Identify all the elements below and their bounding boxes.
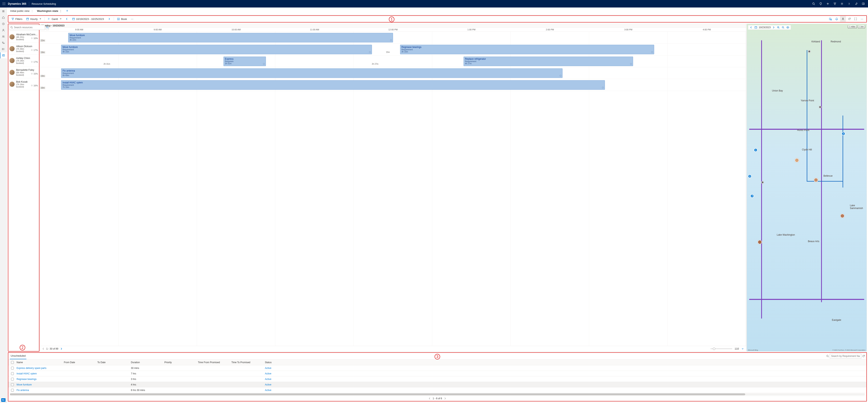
area-switcher-badge[interactable]: RS: [1, 398, 5, 402]
col-time-from-promised[interactable]: Time From Promised: [198, 361, 231, 364]
map-resource-pin[interactable]: [840, 214, 844, 218]
col-name[interactable]: Name: [17, 361, 64, 364]
col-from-date[interactable]: From Date: [64, 361, 97, 364]
rail-people-icon[interactable]: [0, 33, 7, 39]
pager-next[interactable]: [60, 347, 63, 350]
status-link[interactable]: Active: [265, 389, 271, 392]
requirement-search-input[interactable]: [830, 354, 861, 359]
time-view-dropdown[interactable]: Hourly: [25, 17, 43, 21]
requirement-name-link[interactable]: Install HVAC sytem: [17, 372, 37, 375]
map-resource-pin[interactable]: [814, 178, 818, 182]
wrench-icon[interactable]: [852, 0, 860, 7]
grid-pager-next[interactable]: [444, 397, 446, 400]
requirement-row[interactable]: Regrease bearings 3 hrs Active: [8, 376, 866, 382]
booking[interactable]: Install HVAC sytem Requirement 7h 16m ◌: [61, 80, 605, 90]
add-view-button[interactable]: +: [64, 9, 70, 13]
range-prev-button[interactable]: [64, 17, 70, 21]
col-priority[interactable]: Priority: [164, 361, 198, 364]
find-availability-icon[interactable]: [828, 16, 833, 22]
col-status[interactable]: Status: [265, 361, 288, 364]
map-panel[interactable]: 1 2 3 3 KirklandRedmondBellevueYarrow Po…: [747, 24, 867, 351]
requirement-name-link[interactable]: Regrease bearings: [17, 378, 36, 380]
tab-unscheduled[interactable]: Unscheduled: [10, 353, 26, 359]
map-stop-number[interactable]: 3: [748, 175, 751, 178]
rail-list-icon[interactable]: [0, 46, 7, 52]
resource-sort-button[interactable]: [46, 25, 49, 30]
gantt-lane[interactable]: 19mFix antenna Requirement 6h 49m ◌: [40, 67, 746, 79]
pager-prev[interactable]: [42, 347, 45, 350]
resource-row[interactable]: Abraham McCormick (4h 22m booked) ⊙ 10%: [8, 31, 39, 43]
status-link[interactable]: Active: [265, 378, 271, 380]
resource-search-input[interactable]: [9, 25, 45, 30]
filters-button[interactable]: Filters: [10, 17, 24, 21]
col-time-to-promised[interactable]: Time To Promised: [231, 361, 265, 364]
requirement-name-link[interactable]: Express delivery spare parts: [17, 367, 46, 370]
booking[interactable]: Move furniture Requirement 4h 22m ◌: [68, 33, 393, 42]
map-stop-number[interactable]: 3: [842, 132, 845, 135]
help-icon[interactable]: [845, 0, 852, 7]
area-label[interactable]: Resource Scheduling: [32, 2, 56, 5]
requirement-name-link[interactable]: Fix antenna: [17, 389, 29, 392]
alerts-icon[interactable]: [834, 16, 840, 22]
map-zoom-in-icon[interactable]: [777, 26, 780, 29]
search-icon[interactable]: [810, 0, 817, 7]
filter-icon[interactable]: [831, 0, 838, 7]
row-checkbox[interactable]: [11, 372, 14, 375]
map-stop[interactable]: [761, 181, 764, 184]
layout-dropdown[interactable]: Gantt: [46, 17, 63, 21]
lightbulb-icon[interactable]: [817, 0, 824, 7]
refresh-icon[interactable]: [846, 16, 852, 22]
toolbar-overflow[interactable]: ⋯: [129, 17, 135, 21]
rail-home-icon[interactable]: [0, 14, 7, 21]
map-calendar-icon[interactable]: [754, 26, 757, 29]
booking[interactable]: Move furniture Requirement 4h 15m ◌: [61, 45, 372, 54]
map-resource-pin[interactable]: [757, 240, 762, 244]
requirement-name-link[interactable]: Move furniture: [17, 383, 32, 386]
select-all-checkbox[interactable]: [11, 361, 14, 364]
expand-icon[interactable]: [852, 16, 859, 22]
toolbar-more-icon[interactable]: ⋯: [859, 16, 865, 22]
rail-org-icon[interactable]: [0, 40, 7, 46]
resource-row[interactable]: Ashley Chinn (7h 28m booked) ⊙ 17%: [8, 55, 39, 66]
requirement-row[interactable]: Install HVAC sytem 7 hrs Active: [8, 371, 866, 376]
requirement-row[interactable]: Express delivery spare parts 30 mins Act…: [8, 365, 866, 371]
map-stop[interactable]: [808, 50, 811, 53]
map-stop-number[interactable]: 2: [750, 194, 754, 198]
rail-recent-icon[interactable]: [0, 21, 7, 27]
panel-icon[interactable]: [860, 0, 867, 7]
map-stop[interactable]: [819, 106, 822, 108]
status-link[interactable]: Active: [265, 367, 271, 370]
status-link[interactable]: Active: [265, 372, 271, 375]
booking[interactable]: Regrease bearings Requirement 3h 15m ◌: [400, 45, 654, 54]
gantt-lane[interactable]: 19m15mMove furniture Requirement 4h 15m …: [40, 43, 746, 55]
col-to-date[interactable]: To Date: [97, 361, 131, 364]
app-launcher[interactable]: [1, 1, 7, 6]
gantt-lane[interactable]: 16mInstall HVAC sytem Requirement 7h 16m…: [40, 79, 746, 91]
zoom-dropdown[interactable]: [741, 347, 744, 350]
resource-row[interactable]: Bob Kozak (7h 16m booked) ⊙ 16%: [8, 78, 39, 90]
booking[interactable]: Fix antenna Requirement 6h 49m ◌: [61, 68, 562, 78]
requirement-row[interactable]: Fix antenna 6 hrs 30 mins Active: [8, 388, 866, 393]
booking[interactable]: Express Requirem 3h 01m ◌: [223, 57, 266, 66]
plus-icon[interactable]: [824, 0, 831, 7]
requirement-row[interactable]: Move furniture 4 hrs Active: [8, 382, 866, 388]
resource-row[interactable]: Allison Dickson (7h 30m booked) ⊙ 17%: [8, 43, 39, 55]
view-tab-washington[interactable]: Washington state⋮: [36, 9, 63, 13]
zoom-slider[interactable]: [711, 349, 732, 349]
row-checkbox[interactable]: [11, 389, 14, 392]
row-checkbox[interactable]: [11, 378, 14, 380]
map-stop-number[interactable]: 1: [754, 148, 757, 152]
gantt-lane[interactable]: 22mMove furniture Requirement 4h 22m ◌: [40, 32, 746, 43]
grid-scrollbar[interactable]: [10, 393, 865, 395]
map-prev-day[interactable]: [749, 26, 753, 29]
rail-schedule-board-icon[interactable]: [0, 53, 7, 58]
map-resource-pin[interactable]: [795, 158, 799, 162]
grid-pager-prev[interactable]: [428, 397, 431, 400]
map-view-icon[interactable]: [786, 26, 789, 29]
gantt-lane[interactable]: 2h 31m2h 27mExpress Requirem 3h 01m ◌Rep…: [40, 55, 746, 67]
map-next-day[interactable]: [772, 26, 775, 29]
map-zoom-out-icon[interactable]: [781, 26, 785, 29]
requirement-refresh-icon[interactable]: [862, 355, 865, 358]
range-next-button[interactable]: [106, 17, 112, 21]
view-tab-initial[interactable]: Initial public view⋮: [9, 9, 35, 13]
